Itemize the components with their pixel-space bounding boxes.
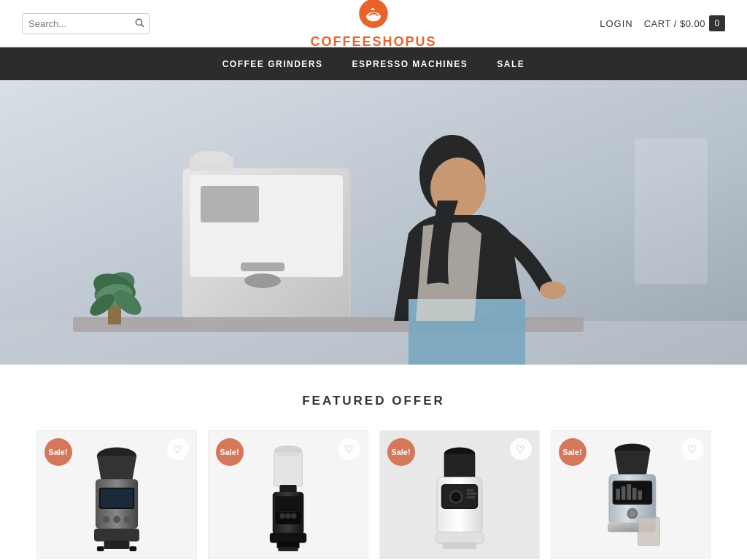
svg-point-70 xyxy=(629,510,635,517)
svg-rect-68 xyxy=(638,490,642,499)
product-card-2[interactable]: Sale! ♡ xyxy=(208,430,368,559)
svg-rect-41 xyxy=(276,497,299,511)
wishlist-button-3[interactable]: ♡ xyxy=(510,438,532,460)
svg-point-31 xyxy=(123,516,131,524)
svg-rect-65 xyxy=(621,486,625,500)
search-input[interactable] xyxy=(28,18,134,29)
grinder-svg-1 xyxy=(73,438,160,551)
grinder-svg-2 xyxy=(244,438,332,551)
sale-badge-3: Sale! xyxy=(387,438,415,466)
svg-point-54 xyxy=(451,492,461,502)
svg-rect-32 xyxy=(94,529,139,541)
product-image-1: Sale! ♡ xyxy=(37,431,196,559)
svg-rect-47 xyxy=(278,547,298,551)
svg-rect-24 xyxy=(635,139,708,284)
svg-rect-66 xyxy=(627,484,631,500)
svg-point-44 xyxy=(290,513,296,519)
sale-badge-2: Sale! xyxy=(216,438,244,466)
sale-badge-4: Sale! xyxy=(559,438,587,466)
svg-point-42 xyxy=(279,513,285,519)
svg-rect-57 xyxy=(466,496,475,498)
login-link[interactable]: LOGIN xyxy=(600,18,632,29)
nav-coffee-grinders[interactable]: COFFEE GRINDERS xyxy=(222,59,323,69)
svg-rect-45 xyxy=(269,533,306,543)
svg-rect-55 xyxy=(466,489,473,491)
grinder-svg-4 xyxy=(587,438,675,551)
product-image-3: Sale! ♡ xyxy=(380,431,539,559)
product-card-3[interactable]: Sale! ♡ xyxy=(379,430,540,559)
hero-illustration xyxy=(0,80,747,365)
search-button[interactable] xyxy=(134,18,144,30)
svg-rect-8 xyxy=(201,186,259,222)
svg-rect-28 xyxy=(100,489,133,508)
sale-badge-1: Sale! xyxy=(44,438,72,466)
header-right: LOGIN CART / $0.00 0 xyxy=(600,15,725,31)
svg-rect-33 xyxy=(104,540,129,549)
site-logo[interactable]: COFFEESHOPUS xyxy=(310,0,436,50)
svg-point-23 xyxy=(540,281,566,299)
svg-rect-9 xyxy=(241,262,285,271)
product-card-1[interactable]: Sale! ♡ xyxy=(36,430,197,559)
svg-point-10 xyxy=(244,273,281,288)
svg-point-30 xyxy=(113,516,120,524)
svg-rect-64 xyxy=(616,489,620,500)
cart-count: 0 xyxy=(709,15,725,31)
hero-background xyxy=(0,80,747,365)
wishlist-button-1[interactable]: ♡ xyxy=(167,438,189,460)
featured-section: FEATURED OFFER Sale! ♡ xyxy=(0,365,747,560)
svg-rect-34 xyxy=(96,546,104,551)
wishlist-button-2[interactable]: ♡ xyxy=(338,438,360,460)
featured-title: FEATURED OFFER xyxy=(15,394,732,408)
nav-espresso-machines[interactable]: ESPRESSO MACHINES xyxy=(352,59,468,69)
svg-rect-56 xyxy=(466,493,476,495)
hero-section xyxy=(0,80,747,365)
svg-rect-73 xyxy=(639,518,658,545)
product-image-2: Sale! ♡ xyxy=(209,431,368,559)
svg-rect-37 xyxy=(274,451,302,486)
svg-point-29 xyxy=(102,516,109,524)
grinder-svg-3 xyxy=(416,438,503,551)
svg-rect-67 xyxy=(632,488,636,500)
svg-rect-59 xyxy=(442,542,476,549)
svg-point-12 xyxy=(193,151,230,163)
main-nav: COFFEE GRINDERS ESPRESSO MACHINES SALE xyxy=(0,47,747,80)
site-header: COFFEESHOPUS LOGIN CART / $0.00 0 xyxy=(0,0,747,47)
svg-rect-35 xyxy=(129,546,136,551)
products-grid: Sale! ♡ xyxy=(15,430,732,559)
svg-point-43 xyxy=(285,513,291,519)
search-bar[interactable] xyxy=(22,13,150,34)
svg-point-0 xyxy=(136,19,142,25)
product-card-4[interactable]: Sale! ♡ xyxy=(551,430,711,559)
nav-sale[interactable]: SALE xyxy=(497,59,525,69)
cart-button[interactable]: CART / $0.00 0 xyxy=(644,15,725,31)
logo-text: COFFEESHOPUS xyxy=(310,34,436,50)
cart-label: CART / $0.00 xyxy=(644,18,705,29)
svg-rect-58 xyxy=(436,532,484,544)
svg-rect-49 xyxy=(444,454,475,478)
product-image-4: Sale! ♡ xyxy=(551,431,711,559)
svg-line-1 xyxy=(142,24,144,26)
wishlist-button-4[interactable]: ♡ xyxy=(681,438,703,460)
logo-icon xyxy=(357,0,390,30)
